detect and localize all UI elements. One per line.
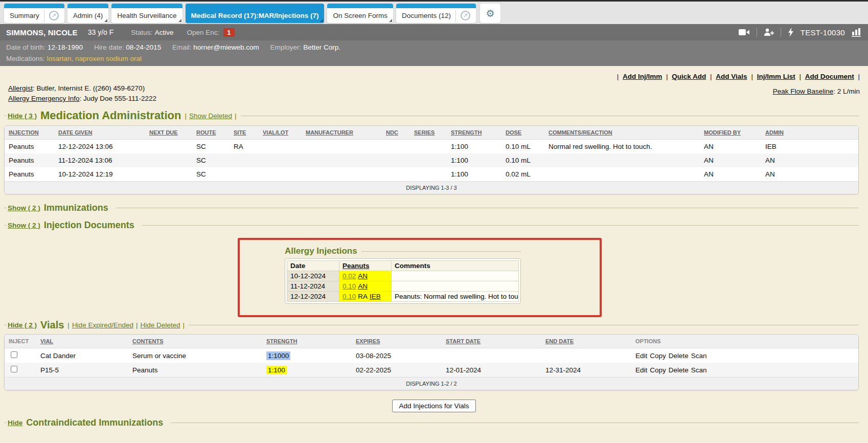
hide-contraindicated-link[interactable]: Hide xyxy=(8,419,22,427)
comments-cell: Normal red swelling. Hot to touch. xyxy=(544,140,700,154)
ndc-cell xyxy=(382,153,410,167)
add-injections-for-vials-button[interactable]: Add Injections for Vials xyxy=(392,400,475,412)
show-injection-documents-link[interactable]: Show ( 2 ) xyxy=(8,221,40,229)
dose-link[interactable]: 0.10 xyxy=(342,282,356,290)
options-cell: EditCopyDeleteScan xyxy=(631,348,858,363)
vials-header: Hide ( 2 ) Vials Hide Expired/Ended Hide… xyxy=(4,319,859,331)
action-links-row: Add Inj/Imm Quick Add Add Vials Inj/Imm … xyxy=(0,73,868,80)
col-start-date[interactable]: START DATE xyxy=(442,335,541,348)
scan-link[interactable]: Scan xyxy=(691,352,707,360)
settings-gear-icon[interactable]: ⚙ xyxy=(480,4,500,23)
start-date-cell xyxy=(442,348,541,363)
col-vial[interactable]: VIAL xyxy=(36,335,128,348)
comments-cell xyxy=(544,153,700,167)
hide-expired-ended-link[interactable]: Hide Expired/Ended xyxy=(72,321,133,329)
inj-imm-list-link[interactable]: Inj/Imm List xyxy=(757,73,795,80)
status-value: Active xyxy=(155,29,174,36)
show-deleted-link[interactable]: Show Deleted xyxy=(189,112,232,120)
tab-health-surveillance[interactable]: Health Surveillance xyxy=(111,4,182,23)
tab-documents[interactable]: Documents (12) ↗ xyxy=(396,4,476,23)
medications-value[interactable]: losartan, naproxen sodium oral xyxy=(47,55,142,62)
contents-cell: Serum or vaccine xyxy=(128,348,262,363)
col-comments-reaction[interactable]: COMMENTS/REACTION xyxy=(544,126,700,140)
scan-link[interactable]: Scan xyxy=(691,366,707,374)
col-vial-lot[interactable]: VIAL/LOT xyxy=(259,126,302,140)
add-vials-link[interactable]: Add Vials xyxy=(716,73,747,80)
copy-link[interactable]: Copy xyxy=(650,366,666,374)
add-inj-imm-link[interactable]: Add Inj/Imm xyxy=(623,73,662,80)
peak-flow-baseline-link[interactable]: Peak Flow Baseline xyxy=(773,87,834,95)
divider xyxy=(4,208,7,208)
col-manufacturer[interactable]: MANUFACTURER xyxy=(302,126,382,140)
copy-link[interactable]: Copy xyxy=(650,352,666,360)
col-dose[interactable]: DOSE xyxy=(501,126,544,140)
col-end-date[interactable]: END DATE xyxy=(541,335,631,348)
divider xyxy=(241,116,859,116)
col-date-given[interactable]: DATE GIVEN xyxy=(54,126,145,140)
col-series[interactable]: SERIES xyxy=(410,126,447,140)
initials-link[interactable]: AN xyxy=(358,282,368,290)
initials-link[interactable]: AN xyxy=(358,272,368,280)
inject-checkbox[interactable] xyxy=(11,366,17,372)
inject-checkbox[interactable] xyxy=(11,351,17,358)
col-peanuts-link[interactable]: Peanuts xyxy=(339,261,392,271)
dose-link[interactable]: 0.10 xyxy=(342,293,356,300)
edit-link[interactable]: Edit xyxy=(635,366,647,374)
manufacturer-cell xyxy=(302,153,382,167)
lightning-bolt-icon[interactable] xyxy=(788,28,794,37)
divider xyxy=(757,28,757,37)
col-admin[interactable]: ADMIN xyxy=(761,126,858,140)
col-expires[interactable]: EXPIRES xyxy=(352,335,442,348)
col-next-due[interactable]: NEXT DUE xyxy=(145,126,192,140)
hide-vials-link[interactable]: Hide ( 2 ) xyxy=(8,321,37,329)
video-camera-icon[interactable] xyxy=(739,29,750,36)
patient-info-bar: Date of birth: 12-18-1990 Hire date: 08-… xyxy=(0,40,868,66)
delete-link[interactable]: Delete xyxy=(669,352,689,360)
open-encounter-badge[interactable]: 1 xyxy=(223,28,234,37)
separator xyxy=(136,321,138,329)
quick-add-link[interactable]: Quick Add xyxy=(672,73,706,80)
site-cell xyxy=(230,153,259,167)
hide-medication-administration-link[interactable]: Hide ( 3 ) xyxy=(8,112,37,120)
col-route[interactable]: ROUTE xyxy=(192,126,230,140)
initials-link[interactable]: IEB xyxy=(370,293,381,300)
show-immunizations-link[interactable]: Show ( 2 ) xyxy=(8,204,40,212)
col-site[interactable]: SITE xyxy=(230,126,259,140)
add-document-link[interactable]: Add Document xyxy=(805,73,854,80)
vials-title: Vials xyxy=(40,319,64,331)
tab-on-screen-forms-label: On Screen Forms xyxy=(333,12,387,19)
delete-link[interactable]: Delete xyxy=(669,366,689,374)
tab-admin[interactable]: Admin (4) xyxy=(67,4,109,23)
col-strength[interactable]: STRENGTH xyxy=(262,335,352,348)
separator xyxy=(751,73,753,80)
tab-medical-record-active[interactable]: Medical Record (17):MAR/Injections (7) xyxy=(186,4,325,23)
tab-divider xyxy=(455,10,456,22)
tab-summary[interactable]: Summary ↗ xyxy=(4,4,64,23)
injection-documents-header: Show ( 2 ) Injection Documents xyxy=(4,220,859,231)
comments-cell: Peanuts: Normal red swelling. Hot to tou… xyxy=(392,292,519,302)
bar-chart-icon[interactable] xyxy=(852,28,862,37)
admin-cell: AN xyxy=(761,167,858,182)
col-injection[interactable]: INJECTION xyxy=(5,126,54,140)
add-person-icon[interactable] xyxy=(764,28,774,36)
col-strength[interactable]: STRENGTH xyxy=(447,126,501,140)
divider xyxy=(4,423,7,423)
patient-id: TEST-10030 xyxy=(801,28,845,37)
series-cell xyxy=(410,153,447,167)
dose-link[interactable]: 0.02 xyxy=(342,272,356,280)
allergist-link[interactable]: Allergist xyxy=(8,84,33,92)
col-inject: INJECT xyxy=(5,335,36,348)
col-modified-by[interactable]: MODIFIED BY xyxy=(700,126,761,140)
open-new-window-icon[interactable]: ↗ xyxy=(49,11,59,20)
hide-deleted-link[interactable]: Hide Deleted xyxy=(140,321,180,329)
col-ndc[interactable]: NDC xyxy=(382,126,410,140)
edit-link[interactable]: Edit xyxy=(635,352,647,360)
col-contents[interactable]: CONTENTS xyxy=(128,335,262,348)
strength-cell: 1:100 xyxy=(262,363,352,378)
tab-on-screen-forms[interactable]: On Screen Forms xyxy=(327,4,393,23)
table-row: 12-12-2024 0.10RAIEB Peanuts: Normal red… xyxy=(287,292,519,302)
open-new-window-icon[interactable]: ↗ xyxy=(461,11,470,20)
manufacturer-cell xyxy=(302,140,382,154)
allergy-emergency-info-link[interactable]: Allergy Emergency Info xyxy=(8,95,80,102)
displaying-count: DISPLAYING 1-3 / 3 xyxy=(5,182,858,194)
